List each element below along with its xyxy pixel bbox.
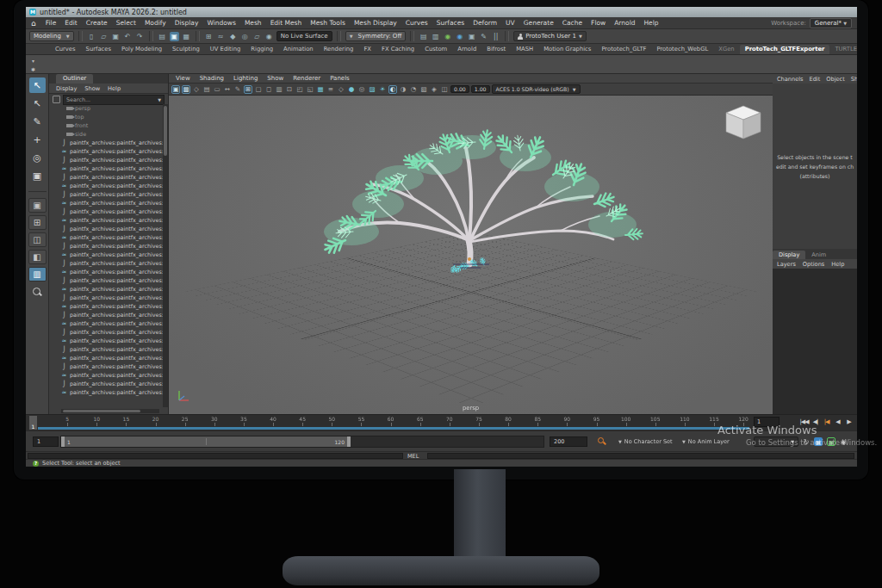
shaded-icon[interactable]: ● xyxy=(347,85,356,94)
animation-start-field[interactable]: 1 xyxy=(33,436,59,447)
script-input-left[interactable] xyxy=(28,453,403,459)
layout-single-pane-button[interactable]: ▣ xyxy=(28,198,47,213)
Modify[interactable]: Modify xyxy=(140,19,171,27)
wireframe-on-shaded-icon[interactable]: ◎ xyxy=(357,85,366,94)
outliner-item[interactable]: paintfx_archives:paintfx_archives:stro xyxy=(49,156,163,164)
make-live-icon[interactable]: ◉ xyxy=(264,32,274,41)
Rendering[interactable]: Rendering xyxy=(319,45,359,54)
time-ruler[interactable]: 5101520253035404550556065707580859095100… xyxy=(38,415,749,427)
title-bar[interactable]: M untitled* - Autodesk MAYA 2026.2: unti… xyxy=(26,7,857,17)
resolution-gate-icon[interactable]: ◻ xyxy=(264,85,273,94)
new-scene-icon[interactable]: ▯ xyxy=(87,32,96,41)
undo-icon[interactable]: ↶ xyxy=(123,32,133,41)
playback-range-bar[interactable]: 1 120 xyxy=(61,436,351,447)
outliner-item[interactable]: paintfx_archives:paintfx_archives:curv xyxy=(49,216,163,225)
outliner-item[interactable]: paintfx_archives:paintfx_archives:curv xyxy=(49,199,163,207)
paint-select-tool[interactable]: ✎ xyxy=(29,114,46,129)
rotate-tool[interactable]: ◎ xyxy=(29,150,46,165)
snap-to-point-icon[interactable]: ◆ xyxy=(228,32,238,41)
multisample-icon[interactable]: ▧ xyxy=(419,85,428,94)
Help[interactable]: Help xyxy=(831,261,844,268)
Show[interactable]: Show xyxy=(267,75,283,82)
shadows-icon[interactable]: ◐ xyxy=(388,85,397,94)
shelf-tab-menu-icon[interactable]: ▾ xyxy=(29,57,37,64)
Renderer[interactable]: Renderer xyxy=(293,75,320,82)
Animation[interactable]: Animation xyxy=(278,45,319,54)
open-scene-icon[interactable]: ▱ xyxy=(99,32,109,41)
outliner-item[interactable]: paintfx_archives:paintfx_archives:curv xyxy=(49,285,163,294)
anim-layer-dropdown[interactable]: ▼ No Anim Layer xyxy=(682,438,730,445)
outliner-item[interactable]: paintfx_archives:paintfx_archives:curv xyxy=(49,164,163,173)
live-surface-field[interactable]: No Live Surface xyxy=(276,31,332,41)
symmetry-dropdown[interactable]: ▼Symmetry: Off xyxy=(345,31,407,41)
Panels[interactable]: Panels xyxy=(330,75,350,82)
layout-outliner-persp-button[interactable]: ▥ xyxy=(28,267,47,282)
Rigging[interactable]: Rigging xyxy=(245,45,278,54)
layout-two-pane-button[interactable]: ◫ xyxy=(28,232,47,247)
Curves[interactable]: Curves xyxy=(50,45,81,54)
outliner-item[interactable]: paintfx_archives:paintfx_archives:stro xyxy=(49,311,163,319)
select-by-component-icon[interactable]: ▦ xyxy=(182,32,191,41)
Shading[interactable]: Shading xyxy=(200,75,224,82)
outliner-item[interactable]: paintfx_archives:paintfx_archives:stro xyxy=(49,362,163,371)
Edit Mesh[interactable]: Edit Mesh xyxy=(266,19,307,27)
save-scene-icon[interactable]: ▣ xyxy=(111,32,121,41)
outliner-item[interactable]: paintfx_archives:paintfx_archives:stro xyxy=(49,328,163,337)
search-input[interactable]: Search... ▼ xyxy=(63,95,165,105)
Poly Modeling[interactable]: Poly Modeling xyxy=(116,45,167,54)
gate-mask-icon[interactable]: ▥ xyxy=(275,85,283,94)
2d-pan-zoom-icon[interactable]: ↔ xyxy=(223,85,232,94)
Windows[interactable]: Windows xyxy=(202,19,239,27)
render-current-frame-icon[interactable]: ▥ xyxy=(431,32,440,41)
Object[interactable]: Object xyxy=(826,76,844,83)
outliner-item[interactable]: paintfx_archives:paintfx_archives:curv xyxy=(49,233,163,242)
xray-icon[interactable]: ◫ xyxy=(440,85,449,94)
outliner-item[interactable]: paintfx_archives:paintfx_archives:stro xyxy=(49,380,163,388)
XGen[interactable]: XGen xyxy=(713,45,739,54)
workspace-selector[interactable]: General* ▼ xyxy=(810,18,852,28)
play-forwards-button[interactable]: ▶ xyxy=(844,416,854,428)
outliner-item[interactable]: paintfx_archives:paintfx_archives:stro xyxy=(49,276,163,285)
Select[interactable]: Select xyxy=(112,19,140,27)
MASH[interactable]: MASH xyxy=(511,45,538,54)
command-input[interactable] xyxy=(427,453,854,459)
Bifrost[interactable]: Bifrost xyxy=(481,45,511,54)
Prototech_GLTF[interactable]: Prototech_GLTF xyxy=(596,45,651,54)
character-set-dropdown[interactable]: ▼ No Character Set xyxy=(618,438,673,445)
outliner-item[interactable]: paintfx_archives:paintfx_archives:stro xyxy=(49,294,163,302)
motion-blur-icon[interactable]: ◔ xyxy=(409,85,418,94)
scale-tool[interactable]: ▣ xyxy=(29,168,46,183)
range-start-handle[interactable] xyxy=(61,436,65,447)
wireframe-icon[interactable]: ◇ xyxy=(337,85,345,94)
auto-keyframe-icon[interactable] xyxy=(598,437,606,445)
Surfaces[interactable]: Surfaces xyxy=(432,19,469,27)
snap-to-projected-center-icon[interactable]: ◎ xyxy=(240,32,250,41)
select-camera-icon[interactable]: ▣ xyxy=(171,85,180,94)
exposure-field[interactable]: 0.00 xyxy=(450,85,469,93)
Show[interactable]: Show xyxy=(851,76,857,83)
outliner-horizontal-scrollbar[interactable] xyxy=(61,409,159,413)
snap-to-view-plane-icon[interactable]: ▱ xyxy=(252,32,262,41)
Display[interactable]: Display xyxy=(56,85,77,92)
redo-icon[interactable]: ↷ xyxy=(135,32,145,41)
user-account-dropdown[interactable]: ProtoTech User 1 ▼ xyxy=(513,31,587,41)
snap-to-grid-icon[interactable]: ⊞ xyxy=(204,32,214,41)
outliner-item[interactable]: paintfx_archives:paintfx_archives:curv xyxy=(49,337,163,345)
Prototech_WebGL[interactable]: Prototech_WebGL xyxy=(651,45,713,54)
front[interactable]: front xyxy=(49,121,163,130)
launch-app-icon[interactable]: ✎ xyxy=(479,32,488,41)
side[interactable]: side xyxy=(49,130,163,139)
render-settings-icon[interactable]: ◉ xyxy=(455,32,464,41)
field-chart-icon[interactable]: ⊡ xyxy=(285,85,294,94)
Custom[interactable]: Custom xyxy=(419,45,452,54)
object-details-icon[interactable]: ≡ xyxy=(326,85,335,94)
Edit[interactable]: Edit xyxy=(60,19,82,27)
outliner-item[interactable]: paintfx_archives:paintfx_archives:stro xyxy=(49,207,163,216)
safe-title-icon[interactable]: ◱ xyxy=(306,85,314,94)
Motion Graphics[interactable]: Motion Graphics xyxy=(538,45,596,54)
outliner-item[interactable]: paintfx_archives:paintfx_archives:curv xyxy=(49,147,163,156)
film-gate-icon[interactable]: ▢ xyxy=(254,85,263,94)
Mesh[interactable]: Mesh xyxy=(240,19,266,27)
outliner-item[interactable]: paintfx_archives:paintfx_archives:curv xyxy=(49,319,163,328)
Arnold[interactable]: Arnold xyxy=(610,19,639,27)
